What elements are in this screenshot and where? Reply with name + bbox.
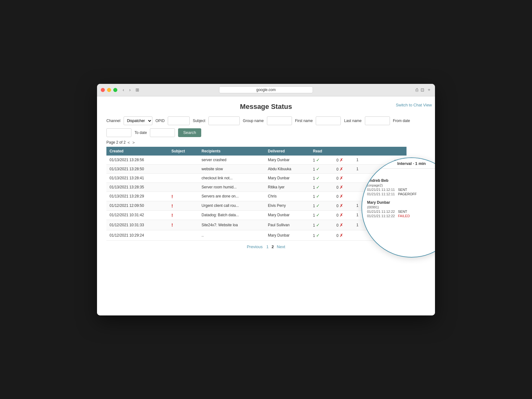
first-name-input[interactable]: [316, 116, 341, 125]
exclaim-icon: !: [171, 203, 173, 208]
cell-subject: Urgent client call rou...: [198, 201, 265, 210]
tooltip-status-2b: FAILED: [398, 214, 410, 218]
col-header-subject: Subject: [168, 147, 198, 156]
cell-subject: Server room humid...: [198, 182, 265, 192]
copy-button[interactable]: ⊡: [421, 87, 424, 93]
pagination-next[interactable]: Next: [277, 244, 285, 249]
page-prev-arrow[interactable]: <: [127, 140, 130, 145]
filter-row: Channel Dispatcher OPID Subject Group na…: [106, 116, 426, 137]
cell-created: 01/13/2021 13:28:50: [106, 164, 168, 173]
browser-titlebar: ‹ › ⊞ google.com ⎙ ⊡ ＋: [97, 84, 435, 96]
pagination-page1[interactable]: 1: [266, 244, 269, 249]
first-name-label: First name: [295, 119, 313, 123]
from-date-input[interactable]: [106, 128, 131, 137]
exclaim-cell: [168, 156, 198, 165]
read-cross: ✗: [340, 203, 343, 208]
tooltip-name-2: Mary Dunbar: [367, 200, 435, 205]
delivered-check: ✓: [316, 176, 320, 181]
cell-subject: checkout link not...: [198, 173, 265, 182]
cell-created: 01/13/2021 13:28:56: [106, 156, 168, 165]
cell-delivered: 1 ✓: [310, 230, 333, 240]
switch-chat-link[interactable]: Switch to Chat View: [396, 103, 432, 107]
col-header-extra3: [366, 147, 379, 156]
browser-dots: [101, 88, 117, 92]
page-title: Message Status: [106, 103, 426, 111]
cell-recipients: Elvis Perry: [265, 201, 310, 210]
cell-extra1: [353, 173, 366, 182]
cell-read: 0 ✗: [333, 210, 353, 220]
col-header-created: Created: [106, 147, 168, 156]
new-tab-button[interactable]: ＋: [427, 87, 431, 93]
cell-subject: website slow: [198, 164, 265, 173]
cell-read: 0 ✗: [333, 220, 353, 230]
last-name-label: Last name: [344, 119, 361, 123]
pagination-previous[interactable]: Previous: [247, 244, 263, 249]
to-date-input[interactable]: [150, 128, 175, 137]
delivered-check: ✓: [316, 223, 320, 228]
cell-extra1: [353, 182, 366, 192]
tooltip-status-2a: SENT: [398, 210, 407, 213]
exclaim-cell: !: [168, 192, 198, 201]
minimize-dot[interactable]: [107, 88, 111, 92]
tooltip-entry-1: Andreb Beb (onpage2) 01/21/21 11:12:11 S…: [367, 178, 435, 196]
cell-read: 0 ✗: [333, 230, 353, 240]
browser-actions: ⎙ ⊡ ＋: [416, 87, 431, 93]
page-info-text: Page 2 of 2: [106, 140, 125, 145]
delivered-check: ✓: [316, 212, 320, 217]
pagination-page2-current: 2: [272, 244, 274, 249]
cell-recipients: Paul Sullivan: [265, 220, 310, 230]
browser-window: ‹ › ⊞ google.com ⎙ ⊡ ＋ Switch to Chat Vi…: [97, 84, 435, 315]
back-button[interactable]: ‹: [121, 87, 126, 93]
channel-select[interactable]: Dispatcher: [124, 116, 152, 125]
cell-read: 0 ✗: [333, 192, 353, 201]
maximize-dot[interactable]: [113, 88, 117, 92]
url-bar[interactable]: google.com: [219, 86, 313, 93]
cell-read: 0 ✗: [333, 156, 353, 165]
col-header-action: [391, 147, 407, 156]
col-header-dots: [379, 147, 391, 156]
search-button[interactable]: Search: [178, 128, 201, 137]
exclaim-icon: !: [171, 194, 173, 199]
cell-extra2: [366, 156, 379, 165]
delivered-check: ✓: [316, 166, 320, 171]
cell-delivered: 1 ✓: [310, 201, 333, 210]
cell-recipients: Ritika Iyer: [265, 182, 310, 192]
cell-recipients: Mary Dunbar: [265, 173, 310, 182]
forward-button[interactable]: ›: [128, 87, 132, 93]
opid-input[interactable]: [168, 116, 190, 125]
col-header-extra2: [353, 147, 366, 156]
exclaim-cell: [168, 182, 198, 192]
tooltip-subname-1: (onpage2): [367, 183, 435, 187]
close-dot[interactable]: [101, 88, 105, 92]
exclaim-cell: !: [168, 220, 198, 230]
read-cross: ✗: [340, 176, 343, 181]
tooltip-row-2b: 01/21/21 11:12:22 FAILED: [367, 214, 435, 218]
read-cross: ✗: [340, 157, 343, 162]
from-date-label: From date: [393, 119, 410, 123]
browser-nav: ‹ › ⊞: [121, 87, 141, 93]
tooltip-subname-2: (00991): [367, 205, 435, 209]
read-cross: ✗: [340, 212, 343, 217]
cell-read: 0 ✗: [333, 173, 353, 182]
read-cross: ✗: [340, 194, 343, 199]
cell-delivered: 1 ✓: [310, 210, 333, 220]
cell-read: 0 ✗: [333, 201, 353, 210]
exclaim-cell: !: [168, 201, 198, 210]
tooltip-status-1a: SENT: [398, 188, 407, 192]
share-button[interactable]: ⎙: [416, 87, 418, 93]
tooltip-time-1b: 01/21/21 11:12:11: [367, 192, 395, 196]
exclaim-icon: !: [171, 222, 173, 228]
subject-input[interactable]: [208, 116, 240, 125]
delivered-check: ✓: [316, 203, 320, 208]
group-name-input[interactable]: [267, 116, 292, 125]
page-next-arrow[interactable]: >: [132, 140, 136, 145]
last-name-input[interactable]: [365, 116, 390, 125]
cell-created: 01/12/2021 10:31:33: [106, 220, 168, 230]
tooltip-name-1: Andreb Beb: [367, 178, 435, 183]
view-button[interactable]: ⊞: [134, 87, 141, 93]
delivered-check: ✓: [316, 194, 320, 199]
pagination: Previous 1 2 Next: [106, 244, 426, 249]
cell-created: 01/12/2021 10:31:42: [106, 210, 168, 220]
channel-label: Channel: [106, 119, 120, 123]
tooltip-time-1a: 01/21/21 11:12:11: [367, 188, 395, 192]
